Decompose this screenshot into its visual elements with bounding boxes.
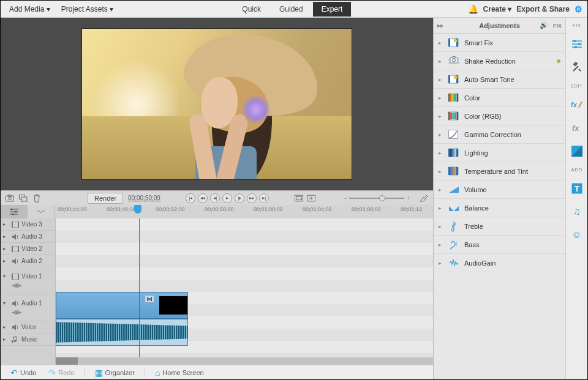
track-header-voice[interactable]: ▸Voice	[1, 321, 55, 333]
track-expand-icon[interactable]: ▸	[3, 337, 9, 342]
zoom-thumb[interactable]	[379, 195, 385, 201]
tools-wrench-icon[interactable]	[570, 60, 584, 75]
expand-chevron-icon: ▸	[439, 223, 443, 229]
mode-expert[interactable]: Expert	[313, 2, 352, 17]
adjustment-smartfix[interactable]: ▸Smart Fix	[434, 34, 565, 52]
home-screen-button[interactable]: ⌂Home Screen	[150, 367, 209, 379]
track-expand-icon[interactable]: ▸	[3, 246, 9, 251]
goto-start-button[interactable]: |◂	[186, 193, 195, 203]
adjustment-color[interactable]: ▸Color	[434, 89, 565, 107]
playhead-line[interactable]	[139, 218, 140, 365]
clip-mode-icon[interactable]	[19, 194, 28, 203]
bottom-bar: ↶Undo ↷Redo ▦Organizer ⌂Home Screen	[1, 365, 433, 379]
clip-trim-icon[interactable]: ⋈	[145, 295, 154, 303]
track-type-icon	[12, 324, 19, 330]
zoom-slider[interactable]: – +	[344, 195, 410, 201]
preview-frame[interactable]	[81, 28, 352, 180]
step-back-button[interactable]: ◂|	[210, 193, 220, 203]
svg-rect-34	[448, 112, 450, 120]
track-header-video1[interactable]: ▾Video 1◂▣▸	[1, 267, 55, 294]
video-clip[interactable]: ⋈	[56, 292, 188, 319]
adjustment-gamma[interactable]: ▸Gamma Correction	[434, 125, 565, 144]
fullscreen-icon[interactable]	[307, 194, 315, 203]
track-frame-nav[interactable]: ◂▣▸	[12, 282, 21, 288]
top-bar: Add Media ▾ Project Assets ▾ Quick Guide…	[1, 1, 587, 18]
tracks-area[interactable]: ⋈	[56, 218, 433, 365]
track-expand-icon[interactable]: ▸	[3, 258, 9, 264]
effects-fx-paint-icon[interactable]: fx	[570, 97, 584, 112]
audio-preview-icon[interactable]: 🔊	[540, 21, 548, 29]
track-header-audio2[interactable]: ▸Audio 2	[1, 255, 55, 267]
adjustment-autotone[interactable]: ▸Auto Smart Tone	[434, 70, 565, 89]
play-button[interactable]: ▸	[222, 193, 232, 203]
track-header-audio1[interactable]: ▾Audio 1◂▣▸	[1, 294, 55, 321]
snapshot-icon[interactable]	[6, 194, 14, 203]
svg-rect-24	[453, 56, 455, 58]
track-expand-icon[interactable]: ▸	[3, 234, 9, 239]
add-media-menu[interactable]: Add Media ▾	[6, 2, 54, 16]
track-label: Audio 2	[21, 258, 53, 264]
mode-guided[interactable]: Guided	[271, 2, 312, 17]
audio-clip[interactable]	[56, 319, 188, 346]
safe-margins-icon[interactable]	[295, 194, 303, 203]
adjustment-bass[interactable]: ▸Bass	[434, 236, 565, 254]
expand-chevron-icon: ▸	[439, 168, 443, 174]
goto-end-button[interactable]: ▸|	[259, 193, 269, 203]
timeline-view-audio-icon[interactable]	[28, 205, 55, 218]
track-expand-icon[interactable]: ▾	[3, 300, 9, 306]
adjustment-colorrgb[interactable]: ▸Color (RGB)	[434, 107, 565, 125]
track-expand-icon[interactable]: ▾	[3, 274, 9, 279]
delete-trash-icon[interactable]	[32, 194, 41, 203]
time-ruler[interactable]: 00;00;44;00 00;00;48;00 00;00;52;00 00;0…	[55, 205, 433, 218]
playhead-marker[interactable]	[134, 205, 141, 214]
svg-rect-13	[18, 222, 19, 228]
adjustment-temptint[interactable]: ▸Temperature and Tint	[434, 162, 565, 181]
track-frame-nav[interactable]: ◂▣▸	[12, 309, 21, 315]
temptint-icon	[448, 166, 459, 176]
next-frame-button[interactable]: ▸▸	[247, 193, 257, 203]
svg-rect-45	[448, 167, 450, 175]
adjust-sliders-icon[interactable]	[570, 37, 584, 51]
export-share-button[interactable]: Export & Share	[516, 5, 570, 13]
timecode-display[interactable]: 00;00;50;09	[128, 195, 160, 201]
track-expand-icon[interactable]: ▸	[3, 222, 9, 227]
adjustment-audiogain[interactable]: ▸AudioGain	[434, 254, 565, 272]
prev-frame-button[interactable]: ◂◂	[198, 193, 208, 203]
zoom-out-icon[interactable]: –	[344, 195, 347, 201]
zoom-in-icon[interactable]: +	[407, 195, 410, 201]
adjustment-balance[interactable]: ▸Balance	[434, 199, 565, 217]
create-menu[interactable]: Create ▾	[483, 5, 512, 13]
svg-point-8	[10, 209, 12, 210]
titles-text-icon[interactable]: T	[570, 181, 584, 196]
render-button[interactable]: Render	[88, 193, 123, 204]
svg-rect-32	[450, 94, 456, 101]
adjustment-volume[interactable]: ▸Volume	[434, 181, 565, 199]
track-header-video2[interactable]: ▸Video 2	[1, 243, 55, 255]
project-assets-menu[interactable]: Project Assets ▾	[58, 2, 117, 16]
track-expand-icon[interactable]: ▸	[3, 324, 9, 330]
adjustment-treble[interactable]: ▸Treble	[434, 217, 565, 236]
track-header-video3[interactable]: ▸Video 3	[1, 218, 55, 231]
svg-rect-12	[12, 222, 13, 228]
step-fwd-button[interactable]: |▸	[235, 193, 244, 203]
track-header-audio3[interactable]: ▸Audio 3	[1, 231, 55, 243]
panel-collapse-icon[interactable]: ▸▸	[437, 22, 443, 29]
effects-fx-icon[interactable]: fx	[570, 121, 584, 135]
adjustments-title: Adjustments	[479, 22, 520, 29]
mode-quick[interactable]: Quick	[233, 2, 270, 17]
track-header-music[interactable]: ▸Music	[1, 333, 55, 346]
organizer-button[interactable]: ▦Organizer	[90, 367, 140, 379]
music-note-icon[interactable]: ♫	[570, 204, 584, 219]
adjustment-lighting[interactable]: ▸Lighting	[434, 144, 565, 162]
graphics-smiley-icon[interactable]: ☺	[570, 228, 584, 242]
timeline-view-sliders-icon[interactable]	[1, 205, 28, 218]
adjustment-shake[interactable]: ▸Shake Reduction	[434, 52, 565, 70]
tools-icon[interactable]	[420, 194, 428, 203]
notifications-bell-icon[interactable]: 🔔	[468, 4, 478, 14]
redo-button[interactable]: ↷Redo	[43, 367, 79, 379]
expand-chevron-icon: ▸	[439, 205, 443, 211]
transitions-icon[interactable]	[570, 144, 584, 158]
settings-gear-icon[interactable]: ⚙	[575, 4, 582, 14]
timeline-hscroll[interactable]	[56, 357, 433, 365]
undo-button[interactable]: ↶Undo	[6, 367, 41, 379]
